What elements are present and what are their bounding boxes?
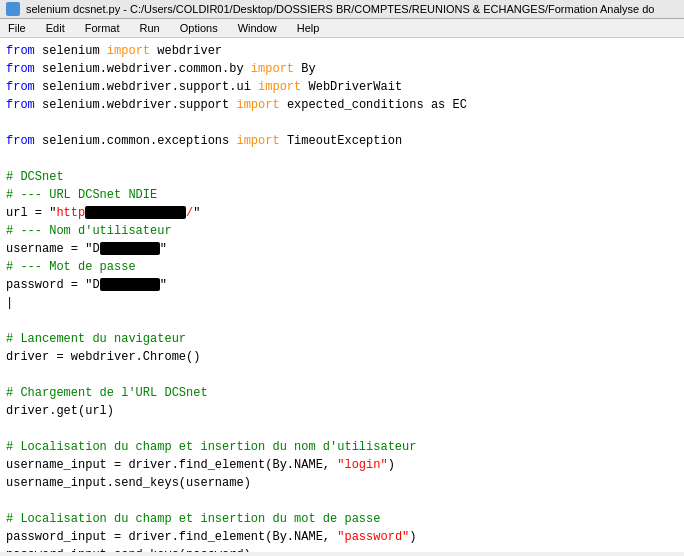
code-line-blank-6 (6, 492, 678, 510)
menu-help[interactable]: Help (293, 21, 324, 35)
menu-bar: File Edit Format Run Options Window Help (0, 19, 684, 38)
code-line-7: # --- URL DCSnet NDIE (6, 186, 678, 204)
code-line-8: url = "http /" (6, 204, 678, 222)
menu-edit[interactable]: Edit (42, 21, 69, 35)
code-line-10: username = "D " (6, 240, 678, 258)
code-line-16: driver.get(url) (6, 402, 678, 420)
code-line-4: from selenium.webdriver.support import e… (6, 96, 678, 114)
code-line-19: username_input.send_keys(username) (6, 474, 678, 492)
code-line-3: from selenium.webdriver.support.ui impor… (6, 78, 678, 96)
code-line-20: # Localisation du champ et insertion du … (6, 510, 678, 528)
title-bar: selenium dcsnet.py - C:/Users/COLDIR01/D… (0, 0, 684, 19)
code-line-5: from selenium.common.exceptions import T… (6, 132, 678, 150)
code-line-blank-5 (6, 420, 678, 438)
code-editor[interactable]: from selenium import webdriver from sele… (0, 38, 684, 552)
code-line-14: driver = webdriver.Chrome() (6, 348, 678, 366)
code-line-cursor (6, 294, 678, 312)
code-line-1: from selenium import webdriver (6, 42, 678, 60)
code-line-blank-1 (6, 114, 678, 132)
code-line-18: username_input = driver.find_element(By.… (6, 456, 678, 474)
menu-run[interactable]: Run (136, 21, 164, 35)
code-line-22: password_input.send_keys(password) (6, 546, 678, 552)
code-line-11: # --- Mot de passe (6, 258, 678, 276)
code-line-9: # --- Nom d'utilisateur (6, 222, 678, 240)
title-bar-text: selenium dcsnet.py - C:/Users/COLDIR01/D… (26, 3, 654, 15)
menu-format[interactable]: Format (81, 21, 124, 35)
code-line-21: password_input = driver.find_element(By.… (6, 528, 678, 546)
menu-file[interactable]: File (4, 21, 30, 35)
menu-window[interactable]: Window (234, 21, 281, 35)
app-icon (6, 2, 20, 16)
code-line-15: # Chargement de l'URL DCSnet (6, 384, 678, 402)
code-line-blank-2 (6, 150, 678, 168)
code-line-blank-3 (6, 312, 678, 330)
code-line-2: from selenium.webdriver.common.by import… (6, 60, 678, 78)
code-line-13: # Lancement du navigateur (6, 330, 678, 348)
menu-options[interactable]: Options (176, 21, 222, 35)
code-line-17: # Localisation du champ et insertion du … (6, 438, 678, 456)
code-line-6: # DCSnet (6, 168, 678, 186)
code-line-12: password = "D " (6, 276, 678, 294)
code-line-blank-4 (6, 366, 678, 384)
